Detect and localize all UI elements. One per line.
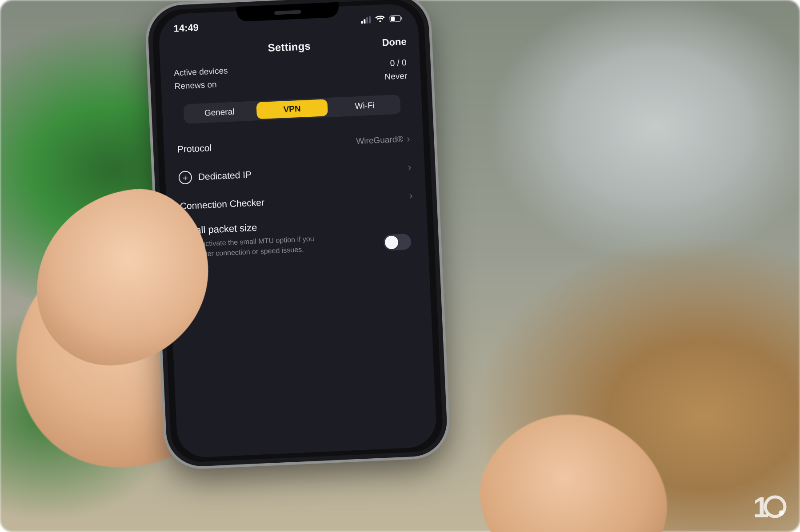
svg-rect-2	[366, 17, 368, 24]
done-button[interactable]: Done	[382, 36, 407, 48]
svg-rect-3	[369, 16, 371, 24]
renews-value: Never	[384, 71, 408, 82]
page-title: Settings	[268, 40, 311, 54]
tab-wifi[interactable]: Wi-Fi	[328, 95, 400, 117]
plus-circle-icon: ＋	[178, 171, 192, 184]
connection-checker-label: Connection Checker	[180, 197, 264, 212]
phone-frame: 14:49 Settings Done Active devices 0 / 0	[147, 0, 448, 431]
status-indicators	[361, 15, 403, 24]
svg-rect-1	[364, 19, 365, 24]
settings-tabs: General VPN Wi-Fi	[183, 95, 400, 124]
cellular-icon	[361, 16, 371, 24]
battery-icon	[389, 15, 403, 22]
chevron-right-icon: ›	[409, 190, 413, 202]
clock: 14:49	[173, 22, 199, 35]
small-packet-title: Small packet size	[181, 215, 414, 237]
svg-rect-5	[391, 16, 395, 21]
earpiece	[274, 10, 301, 15]
phone-screen: 14:49 Settings Done Active devices 0 / 0	[158, 3, 437, 431]
chevron-right-icon: ›	[407, 133, 411, 145]
renews-label: Renews on	[174, 79, 217, 91]
toggle-knob	[384, 236, 398, 250]
chevron-right-icon: ›	[408, 162, 412, 173]
protocol-value: WireGuard®	[356, 134, 404, 146]
svg-rect-0	[361, 21, 363, 24]
tab-general[interactable]: General	[183, 101, 256, 124]
active-devices-value: 0 / 0	[390, 58, 407, 68]
small-packet-toggle[interactable]	[383, 234, 412, 251]
svg-rect-6	[401, 17, 402, 20]
wifi-icon	[375, 16, 385, 23]
active-devices-label: Active devices	[174, 66, 228, 78]
protocol-label: Protocol	[177, 143, 212, 155]
tab-vpn[interactable]: VPN	[256, 99, 328, 119]
dedicated-ip-label: Dedicated IP	[198, 169, 252, 182]
